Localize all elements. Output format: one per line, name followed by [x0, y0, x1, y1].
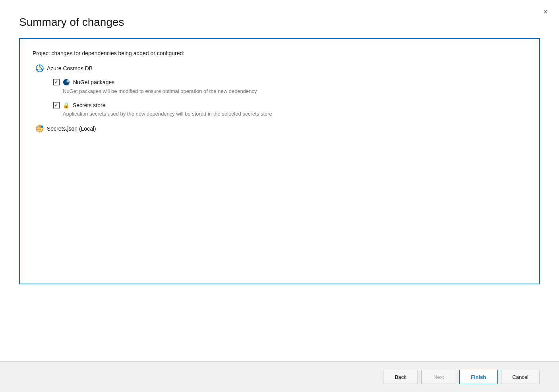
cancel-button[interactable]: Cancel [501, 370, 540, 384]
nuget-packages-item: ✓ NuGet packages [53, 79, 526, 94]
summary-dialog: × Summary of changes Project changes for… [0, 0, 559, 392]
azure-cosmos-db-icon [36, 64, 44, 72]
content-box: Project changes for dependencies being a… [19, 38, 540, 284]
dialog-footer: Back Next Finish Cancel [0, 361, 559, 392]
svg-point-10 [67, 80, 69, 82]
finish-button[interactable]: Finish [459, 370, 497, 384]
nuget-checkmark: ✓ [54, 79, 58, 85]
secrets-json-item: ● Secrets.json (Local) [36, 125, 526, 133]
sub-items: ✓ NuGet packages [53, 79, 526, 117]
next-button[interactable]: Next [421, 370, 456, 384]
secrets-store-item: ✓ 🔒 Secrets store Application secrets us… [53, 102, 526, 117]
svg-point-3 [41, 69, 43, 71]
azure-cosmos-db-label: Azure Cosmos DB [47, 65, 93, 71]
nuget-icon [63, 79, 70, 86]
azure-cosmos-db-item: Azure Cosmos DB ✓ [33, 64, 526, 117]
secrets-store-description: Application secrets used by the new depe… [63, 111, 526, 117]
secrets-json-icon: ● [36, 125, 44, 133]
close-button[interactable]: × [540, 6, 551, 17]
nuget-description: NuGet packages will be modified to ensur… [63, 88, 526, 94]
secrets-store-header: ✓ 🔒 Secrets store [53, 102, 526, 108]
secrets-store-checkmark: ✓ [54, 102, 58, 108]
lock-icon: 🔒 [63, 102, 70, 108]
secrets-store-label: Secrets store [73, 102, 105, 108]
secrets-json-label: Secrets.json (Local) [47, 126, 96, 132]
back-button[interactable]: Back [383, 370, 418, 384]
nuget-packages-label: NuGet packages [73, 79, 114, 85]
azure-cosmos-db-header: Azure Cosmos DB [36, 64, 526, 72]
nuget-checkbox[interactable]: ✓ [53, 79, 60, 85]
nuget-header: ✓ NuGet packages [53, 79, 526, 86]
intro-text: Project changes for dependencies being a… [33, 50, 526, 56]
secrets-store-checkbox[interactable]: ✓ [53, 102, 60, 108]
svg-point-2 [37, 69, 38, 71]
dialog-title: Summary of changes [19, 16, 540, 29]
dialog-content: Project changes for dependencies being a… [0, 38, 559, 361]
dialog-header: Summary of changes [0, 0, 559, 38]
